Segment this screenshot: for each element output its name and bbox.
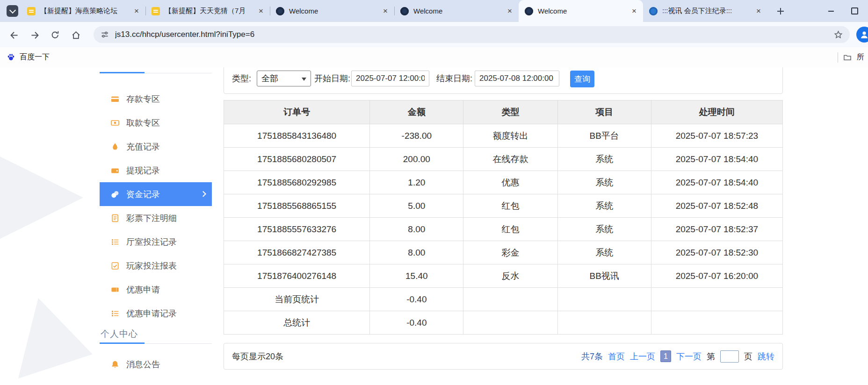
table-cell: 2025-07-07 18:52:48 — [651, 194, 782, 218]
table-cell — [651, 288, 782, 311]
home-icon — [71, 30, 81, 41]
report-check-icon — [111, 262, 119, 270]
page-number-input[interactable] — [720, 350, 739, 363]
sidebar-item-recharge-drop[interactable]: 充值记录 — [100, 135, 212, 158]
tab-close-icon[interactable]: × — [753, 6, 764, 16]
start-date-label: 开始日期: — [314, 71, 350, 86]
type-select-value: 全部 — [261, 73, 278, 84]
deposit-card-icon — [111, 95, 119, 103]
current-page-indicator[interactable]: 1 — [660, 350, 671, 362]
table-cell: 1751885557633276 — [224, 218, 370, 241]
end-date-input[interactable] — [475, 71, 559, 86]
sidebar-item-withdraw-wallet[interactable]: 提现记录 — [100, 158, 212, 182]
blue-globe-favicon-icon — [649, 7, 658, 15]
next-page-link[interactable]: 下一页 — [676, 351, 702, 362]
sidebar-item-label: 消息公告 — [126, 359, 160, 370]
tab-close-icon[interactable]: × — [505, 6, 515, 16]
sidebar-item-label: 优惠申请 — [126, 284, 160, 295]
sidebar-item-withdraw-cash[interactable]: 取款专区 — [100, 111, 212, 135]
sidebar-item-partial[interactable] — [100, 376, 212, 385]
sidebar-item-label: 取款专区 — [126, 117, 160, 128]
sidebar-item-label: 提现记录 — [126, 165, 160, 176]
tab-close-icon[interactable]: × — [131, 6, 142, 16]
reload-button[interactable] — [47, 27, 64, 43]
promo-list-icon — [111, 309, 119, 318]
sidebar-item-deposit-card[interactable]: 存款专区 — [100, 87, 212, 111]
yellow-chat-favicon-icon — [152, 7, 160, 15]
table-cell: 8.00 — [370, 218, 463, 241]
section-title: 财务中心 — [101, 67, 138, 70]
sidebar-item-promo-ticket[interactable]: 优惠申请 — [100, 278, 212, 301]
start-date-input[interactable] — [351, 71, 429, 86]
table-cell: 2025-07-07 18:57:23 — [651, 124, 782, 148]
sidebar-item-report-check[interactable]: 玩家投注报表 — [100, 254, 212, 278]
url-text: js13.cc/hhcp/usercenter.html?iniType=6 — [115, 30, 828, 39]
column-header: 类型 — [463, 100, 557, 124]
sidebar-item-label: 玩家投注报表 — [126, 260, 177, 271]
page-size-label: 每页显示20条 — [232, 351, 283, 362]
profile-avatar[interactable] — [856, 27, 868, 43]
person-icon — [859, 29, 868, 40]
tab-close-icon[interactable]: × — [629, 6, 639, 16]
dark-globe-favicon-icon — [400, 7, 409, 15]
maximize-button[interactable] — [843, 0, 866, 22]
tab-search-button[interactable] — [7, 5, 18, 17]
table-cell: BB视讯 — [557, 264, 651, 288]
all-bookmarks-label: 所 — [857, 52, 864, 62]
table-row: 17518855688651555.00红包系统2025-07-07 18:52… — [224, 194, 783, 218]
table-cell: 15.40 — [370, 264, 463, 288]
jump-link[interactable]: 跳转 — [758, 351, 774, 362]
tab-strip: 【新提醒】海燕策略论坛×【新提醒】天天竞猜（7月×Welcome×Welcome… — [0, 0, 868, 22]
back-arrow-icon — [9, 30, 20, 41]
sidebar-item-hall-list[interactable]: 厅室投注记录 — [100, 230, 212, 254]
address-bar[interactable]: js13.cc/hhcp/usercenter.html?iniType=6 — [94, 26, 850, 43]
table-header-row: 订单号金额类型项目处理时间 — [224, 100, 783, 124]
tab-close-icon[interactable]: × — [380, 6, 391, 16]
sidebar-item-label: 资金记录 — [126, 189, 160, 200]
browser-tab[interactable]: Welcome× — [270, 0, 394, 22]
tab-title: 【新提醒】海燕策略论坛 — [40, 7, 127, 15]
type-label: 类型: — [232, 71, 251, 86]
column-header: 处理时间 — [651, 100, 782, 124]
dark-globe-favicon-icon — [525, 7, 533, 15]
filter-bar: 类型: 全部 开始日期: 结束日期: 查询 — [224, 67, 783, 94]
forward-button[interactable] — [26, 27, 43, 43]
prev-page-link[interactable]: 上一页 — [630, 351, 655, 362]
page-content: 财务中心存款专区取款专区充值记录提现记录资金记录彩票下注明细厅室投注记录玩家投注… — [0, 67, 868, 385]
sidebar-item-promo-list[interactable]: 优惠申请记录 — [100, 301, 212, 325]
table-cell: 8.00 — [370, 241, 463, 264]
bookmark-label: 百度一下 — [20, 52, 50, 62]
bookmark-baidu[interactable]: 百度一下 — [7, 51, 50, 64]
tab-close-icon[interactable]: × — [256, 6, 266, 16]
sidebar-item-notice-bell[interactable]: 消息公告 — [100, 352, 212, 376]
browser-tab[interactable]: :::视讯 会员下注纪录:::× — [643, 0, 767, 22]
first-page-link[interactable]: 首页 — [608, 351, 625, 362]
sidebar-item-label: 优惠申请记录 — [126, 308, 177, 319]
browser-tab[interactable]: 【新提醒】天天竞猜（7月× — [145, 0, 270, 22]
records-table: 订单号金额类型项目处理时间1751885843136480-238.00额度转出… — [224, 100, 783, 335]
type-select[interactable]: 全部 — [257, 71, 311, 86]
lottery-doc-icon — [111, 214, 119, 222]
sidebar-item-lottery-doc[interactable]: 彩票下注明细 — [100, 206, 212, 230]
browser-tab[interactable]: 【新提醒】海燕策略论坛× — [21, 0, 145, 22]
sidebar: 财务中心存款专区取款专区充值记录提现记录资金记录彩票下注明细厅室投注记录玩家投注… — [100, 67, 212, 385]
table-cell: -238.00 — [370, 124, 463, 148]
new-tab-button[interactable] — [774, 5, 787, 17]
table-cell: 1.20 — [370, 171, 463, 194]
browser-tab[interactable]: Welcome× — [519, 0, 643, 22]
pager: 共7条 首页 上一页 1 下一页 第 页 跳转 — [581, 350, 774, 363]
table-cell — [463, 311, 557, 335]
bookmark-star-icon[interactable] — [833, 30, 843, 40]
table-cell: BB平台 — [557, 124, 651, 148]
tab-title: Welcome — [289, 7, 376, 15]
query-button[interactable]: 查询 — [570, 71, 594, 87]
back-button[interactable] — [6, 27, 22, 43]
table-cell: 在线存款 — [463, 148, 557, 171]
table-cell — [557, 288, 651, 311]
site-settings-icon[interactable] — [100, 30, 109, 39]
minimize-button[interactable] — [819, 0, 843, 22]
home-button[interactable] — [67, 27, 84, 43]
sidebar-item-funds-coins[interactable]: 资金记录 — [100, 182, 212, 206]
browser-tab[interactable]: Welcome× — [394, 0, 519, 22]
all-bookmarks[interactable]: 所 — [838, 51, 864, 64]
